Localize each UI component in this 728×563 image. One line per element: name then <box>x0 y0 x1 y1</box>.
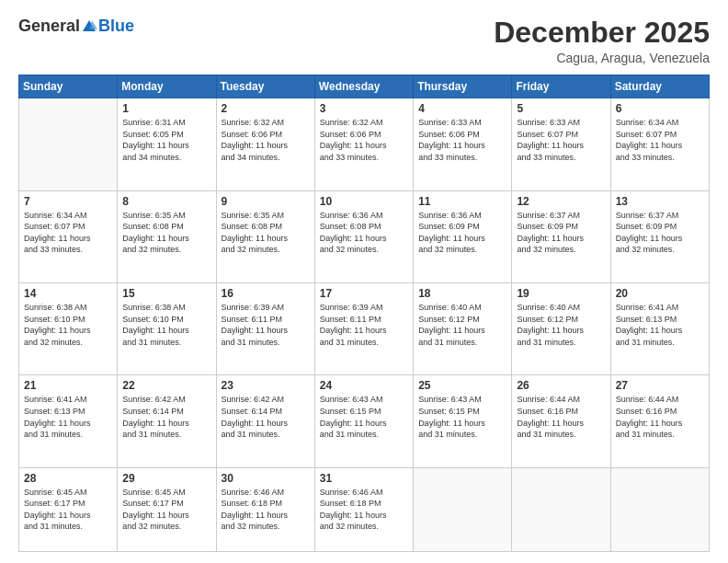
day-info: Sunrise: 6:41 AM Sunset: 6:13 PM Dayligh… <box>24 394 112 440</box>
calendar-cell: 5Sunrise: 6:33 AM Sunset: 6:07 PM Daylig… <box>512 98 610 190</box>
day-number: 23 <box>222 379 310 392</box>
day-info: Sunrise: 6:44 AM Sunset: 6:16 PM Dayligh… <box>616 394 704 440</box>
day-number: 19 <box>517 287 605 300</box>
day-info: Sunrise: 6:38 AM Sunset: 6:10 PM Dayligh… <box>24 302 112 348</box>
calendar-header-wednesday: Wednesday <box>314 75 413 98</box>
calendar-week-2: 7Sunrise: 6:34 AM Sunset: 6:07 PM Daylig… <box>19 190 710 282</box>
calendar-cell: 6Sunrise: 6:34 AM Sunset: 6:07 PM Daylig… <box>610 98 709 190</box>
day-info: Sunrise: 6:33 AM Sunset: 6:07 PM Dayligh… <box>517 117 605 163</box>
day-info: Sunrise: 6:45 AM Sunset: 6:17 PM Dayligh… <box>24 487 112 533</box>
day-number: 20 <box>616 287 704 300</box>
calendar-cell: 1Sunrise: 6:31 AM Sunset: 6:05 PM Daylig… <box>118 98 216 190</box>
calendar-week-3: 14Sunrise: 6:38 AM Sunset: 6:10 PM Dayli… <box>19 282 710 374</box>
day-info: Sunrise: 6:34 AM Sunset: 6:07 PM Dayligh… <box>24 210 112 256</box>
day-info: Sunrise: 6:35 AM Sunset: 6:08 PM Dayligh… <box>222 210 310 256</box>
day-info: Sunrise: 6:46 AM Sunset: 6:18 PM Dayligh… <box>320 487 408 533</box>
calendar-header-monday: Monday <box>118 75 216 98</box>
day-info: Sunrise: 6:41 AM Sunset: 6:13 PM Dayligh… <box>616 302 704 348</box>
day-number: 8 <box>122 195 210 208</box>
calendar-week-5: 28Sunrise: 6:45 AM Sunset: 6:17 PM Dayli… <box>19 467 710 551</box>
day-info: Sunrise: 6:35 AM Sunset: 6:08 PM Dayligh… <box>122 210 210 256</box>
calendar-cell: 12Sunrise: 6:37 AM Sunset: 6:09 PM Dayli… <box>512 190 610 282</box>
day-number: 25 <box>418 379 506 392</box>
calendar-header-thursday: Thursday <box>414 75 512 98</box>
logo-icon <box>81 18 97 35</box>
day-number: 31 <box>320 472 408 485</box>
day-number: 9 <box>222 195 310 208</box>
page: General Blue December 2025 Cagua, Aragua… <box>0 0 728 563</box>
calendar-cell: 2Sunrise: 6:32 AM Sunset: 6:06 PM Daylig… <box>216 98 314 190</box>
day-number: 18 <box>418 287 506 300</box>
day-info: Sunrise: 6:37 AM Sunset: 6:09 PM Dayligh… <box>616 210 704 256</box>
calendar-cell: 27Sunrise: 6:44 AM Sunset: 6:16 PM Dayli… <box>610 375 709 467</box>
day-number: 10 <box>320 195 408 208</box>
calendar-cell: 24Sunrise: 6:43 AM Sunset: 6:15 PM Dayli… <box>314 375 413 467</box>
calendar-cell: 8Sunrise: 6:35 AM Sunset: 6:08 PM Daylig… <box>118 190 216 282</box>
calendar-cell: 7Sunrise: 6:34 AM Sunset: 6:07 PM Daylig… <box>19 190 118 282</box>
day-info: Sunrise: 6:34 AM Sunset: 6:07 PM Dayligh… <box>616 117 704 163</box>
day-info: Sunrise: 6:36 AM Sunset: 6:08 PM Dayligh… <box>320 210 408 256</box>
calendar-header-sunday: Sunday <box>19 75 118 98</box>
day-info: Sunrise: 6:42 AM Sunset: 6:14 PM Dayligh… <box>222 394 310 440</box>
calendar-cell: 29Sunrise: 6:45 AM Sunset: 6:17 PM Dayli… <box>118 467 216 551</box>
calendar-cell: 30Sunrise: 6:46 AM Sunset: 6:18 PM Dayli… <box>216 467 314 551</box>
day-info: Sunrise: 6:40 AM Sunset: 6:12 PM Dayligh… <box>418 302 506 348</box>
calendar-cell: 9Sunrise: 6:35 AM Sunset: 6:08 PM Daylig… <box>216 190 314 282</box>
logo-blue-text: Blue <box>98 17 134 36</box>
day-number: 30 <box>222 472 310 485</box>
day-info: Sunrise: 6:32 AM Sunset: 6:06 PM Dayligh… <box>320 117 408 163</box>
day-info: Sunrise: 6:39 AM Sunset: 6:11 PM Dayligh… <box>320 302 408 348</box>
day-number: 22 <box>122 379 210 392</box>
day-number: 13 <box>616 195 704 208</box>
day-info: Sunrise: 6:44 AM Sunset: 6:16 PM Dayligh… <box>517 394 605 440</box>
day-number: 16 <box>222 287 310 300</box>
calendar-cell: 22Sunrise: 6:42 AM Sunset: 6:14 PM Dayli… <box>118 375 216 467</box>
calendar-cell <box>610 467 709 551</box>
day-info: Sunrise: 6:46 AM Sunset: 6:18 PM Dayligh… <box>222 487 310 533</box>
day-number: 26 <box>517 379 605 392</box>
day-info: Sunrise: 6:39 AM Sunset: 6:11 PM Dayligh… <box>222 302 310 348</box>
day-number: 28 <box>24 472 112 485</box>
calendar-cell <box>414 467 512 551</box>
day-info: Sunrise: 6:42 AM Sunset: 6:14 PM Dayligh… <box>122 394 210 440</box>
day-number: 6 <box>616 102 704 115</box>
calendar-table: SundayMondayTuesdayWednesdayThursdayFrid… <box>18 75 710 552</box>
calendar-cell: 16Sunrise: 6:39 AM Sunset: 6:11 PM Dayli… <box>216 282 314 374</box>
calendar-header-saturday: Saturday <box>610 75 709 98</box>
day-info: Sunrise: 6:43 AM Sunset: 6:15 PM Dayligh… <box>320 394 408 440</box>
calendar-header-tuesday: Tuesday <box>216 75 314 98</box>
day-info: Sunrise: 6:40 AM Sunset: 6:12 PM Dayligh… <box>517 302 605 348</box>
day-number: 27 <box>616 379 704 392</box>
day-info: Sunrise: 6:38 AM Sunset: 6:10 PM Dayligh… <box>122 302 210 348</box>
day-number: 3 <box>320 102 408 115</box>
calendar-week-1: 1Sunrise: 6:31 AM Sunset: 6:05 PM Daylig… <box>19 98 710 190</box>
calendar-cell: 25Sunrise: 6:43 AM Sunset: 6:15 PM Dayli… <box>414 375 512 467</box>
day-number: 21 <box>24 379 112 392</box>
day-number: 7 <box>24 195 112 208</box>
calendar-cell: 26Sunrise: 6:44 AM Sunset: 6:16 PM Dayli… <box>512 375 610 467</box>
day-info: Sunrise: 6:32 AM Sunset: 6:06 PM Dayligh… <box>222 117 310 163</box>
day-info: Sunrise: 6:43 AM Sunset: 6:15 PM Dayligh… <box>418 394 506 440</box>
day-number: 15 <box>122 287 210 300</box>
calendar-cell: 11Sunrise: 6:36 AM Sunset: 6:09 PM Dayli… <box>414 190 512 282</box>
calendar-cell: 14Sunrise: 6:38 AM Sunset: 6:10 PM Dayli… <box>19 282 118 374</box>
day-number: 14 <box>24 287 112 300</box>
calendar-cell <box>19 98 118 190</box>
day-info: Sunrise: 6:37 AM Sunset: 6:09 PM Dayligh… <box>517 210 605 256</box>
calendar-header-row: SundayMondayTuesdayWednesdayThursdayFrid… <box>19 75 710 98</box>
calendar-cell: 23Sunrise: 6:42 AM Sunset: 6:14 PM Dayli… <box>216 375 314 467</box>
day-info: Sunrise: 6:33 AM Sunset: 6:06 PM Dayligh… <box>418 117 506 163</box>
month-title: December 2025 <box>494 17 710 49</box>
header: General Blue December 2025 Cagua, Aragua… <box>18 17 710 65</box>
day-number: 24 <box>320 379 408 392</box>
calendar-cell: 28Sunrise: 6:45 AM Sunset: 6:17 PM Dayli… <box>19 467 118 551</box>
day-info: Sunrise: 6:45 AM Sunset: 6:17 PM Dayligh… <box>122 487 210 533</box>
day-number: 11 <box>418 195 506 208</box>
calendar-header-friday: Friday <box>512 75 610 98</box>
calendar-cell: 18Sunrise: 6:40 AM Sunset: 6:12 PM Dayli… <box>414 282 512 374</box>
day-number: 17 <box>320 287 408 300</box>
location: Cagua, Aragua, Venezuela <box>494 51 710 65</box>
calendar-cell: 10Sunrise: 6:36 AM Sunset: 6:08 PM Dayli… <box>314 190 413 282</box>
title-block: December 2025 Cagua, Aragua, Venezuela <box>494 17 710 65</box>
logo: General Blue <box>18 17 134 36</box>
